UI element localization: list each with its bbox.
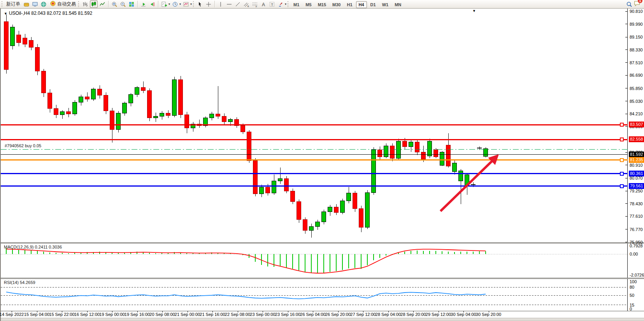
wallet-icon[interactable] (23, 0, 30, 8)
search-icon[interactable] (625, 0, 633, 8)
notifications-button[interactable]: 1 (633, 0, 640, 8)
price-tick-label: 80.070 (630, 176, 644, 181)
candlestick-chart-icon[interactable] (90, 0, 98, 8)
price-tick-label: 76.770 (630, 227, 644, 232)
macd-indicator-label: MACD(12,26,9) 0.2411 0.3036 (4, 245, 62, 249)
price-level-label: 81.235 (629, 157, 644, 163)
fibonacci-tool-icon[interactable]: F (251, 0, 259, 8)
toolbar-grip[interactable] (2, 1, 3, 7)
main-chart-canvas[interactable] (1, 9, 628, 242)
rsi-indicator-label: RSI(14) 54.2659 (4, 280, 35, 285)
template-caret[interactable]: ▾ (190, 2, 192, 6)
macd-axis-label: 0.7928 (630, 243, 644, 248)
periods-caret[interactable]: ▾ (179, 2, 181, 6)
zoom-out-icon[interactable] (119, 0, 127, 8)
timeframe-mn[interactable]: MN (392, 1, 404, 8)
price-level-label: 83.507 (629, 122, 644, 127)
horizontal-line-tool-icon[interactable] (225, 0, 233, 8)
add-indicator-icon[interactable] (160, 0, 168, 8)
price-tick-label: 89.150 (630, 35, 644, 40)
autotrading-label: 自动交易 (57, 1, 76, 7)
template-icon[interactable] (182, 0, 190, 8)
timeframe-m5[interactable]: M5 (303, 1, 314, 8)
price-tick-label: 88.330 (630, 48, 644, 53)
chart-shift-marker-icon[interactable]: ▼ (472, 9, 476, 13)
timeframe-w1[interactable]: W1 (379, 1, 391, 8)
chart-window[interactable]: ▼USOil-,H4 82.043 82.072 81.545 81.592 #… (0, 9, 644, 321)
timeframe-m1[interactable]: M1 (291, 1, 302, 8)
price-tick-label: 77.610 (630, 214, 644, 219)
price-tick-label: 89.990 (630, 22, 644, 27)
arrows-tool-caret[interactable]: ▾ (285, 2, 286, 6)
svg-text:E: E (247, 5, 249, 7)
rsi-axis-label: 100 (630, 279, 644, 284)
price-tick-label: 86.690 (630, 73, 644, 78)
price-level-label: 80.361 (629, 171, 644, 176)
separator (137, 1, 138, 7)
autotrading-icon (50, 0, 56, 8)
price-tick-label: 85.030 (630, 99, 644, 104)
crosshair-icon[interactable] (205, 0, 212, 8)
globe-icon[interactable] (40, 0, 47, 8)
svg-text:F: F (256, 5, 257, 7)
cursor-icon[interactable] (196, 0, 204, 8)
toolbar-grip[interactable] (288, 1, 289, 7)
timeframe-m15[interactable]: M15 (315, 1, 329, 8)
macd-axis-label: -2.0726 (630, 273, 644, 277)
rsi-axis-label: 50 (630, 293, 644, 298)
chart-title: ▼USOil-,H4 82.043 82.072 81.545 81.592 (4, 11, 92, 16)
terminal-icon[interactable] (31, 0, 39, 8)
timeframe-m30[interactable]: M30 (330, 1, 343, 8)
rsi-axis-label: 0 (630, 307, 644, 311)
text-tool-icon[interactable]: A (260, 0, 267, 8)
status-strip (1, 318, 644, 321)
text-label-tool-icon[interactable]: T (268, 0, 276, 8)
timeframe-d1[interactable]: D1 (368, 1, 379, 8)
new-order-label: 新订单 (6, 1, 20, 7)
timeframe-h1[interactable]: H1 (344, 1, 355, 8)
toolbar-grip[interactable] (78, 1, 80, 7)
price-level-label: 82.558 (629, 136, 644, 142)
arrows-tool-icon[interactable] (277, 0, 284, 8)
vertical-line-tool-icon[interactable] (217, 0, 225, 8)
line-chart-icon[interactable] (98, 0, 106, 8)
price-level-label: 79.561 (629, 183, 644, 189)
autotrading-button[interactable]: 自动交易 (48, 0, 78, 8)
add-indicator-caret[interactable]: ▾ (168, 2, 170, 6)
time-axis-line (1, 311, 644, 311)
price-tick-label: 87.510 (630, 60, 644, 65)
timeframe-h4[interactable]: H4 (356, 1, 367, 8)
zoom-in-icon[interactable] (111, 0, 118, 8)
notification-badge: 1 (638, 0, 642, 3)
price-tick-label: 84.210 (630, 111, 644, 116)
svg-text:T: T (271, 2, 274, 6)
timeframe-group: M1M5M15M30H1H4D1W1MN (290, 1, 404, 8)
auto-scroll-icon[interactable] (140, 0, 147, 8)
channel-tool-icon[interactable]: E (242, 0, 250, 8)
price-tick-label: 90.810 (630, 9, 644, 14)
price-tick-label: 78.430 (630, 201, 644, 206)
separator (214, 1, 215, 7)
open-trade-label: #7940562 buy 0.05 (5, 143, 41, 148)
separator (158, 1, 158, 7)
new-order-button[interactable]: 新订单 (4, 0, 22, 8)
price-tick-label: 79.250 (630, 189, 644, 194)
price-level-label: 81.592 (629, 152, 644, 157)
chart-menu-arrow-icon[interactable]: ▼ (4, 12, 7, 16)
rsi-pane-canvas[interactable] (1, 279, 628, 311)
tile-windows-icon[interactable] (128, 0, 135, 8)
chart-title-text: USOil-,H4 82.043 82.072 81.545 81.592 (9, 11, 92, 16)
toolbar-grip[interactable] (193, 1, 195, 7)
macd-axis-label: 0.00 (630, 252, 644, 256)
separator (108, 1, 109, 7)
periods-clock-icon[interactable] (171, 0, 179, 8)
price-tick-label: 80.910 (630, 163, 644, 168)
trendline-tool-icon[interactable] (234, 0, 242, 8)
rsi-axis-label: 80 (630, 285, 644, 289)
price-tick-label: 85.850 (630, 86, 644, 91)
chart-shift-icon[interactable] (148, 0, 156, 8)
mt4-terminal: 新订单 自动交易 (0, 0, 644, 321)
svg-text:A: A (262, 2, 265, 7)
bar-chart-icon[interactable] (81, 0, 89, 8)
macd-pane-canvas[interactable] (1, 243, 628, 278)
